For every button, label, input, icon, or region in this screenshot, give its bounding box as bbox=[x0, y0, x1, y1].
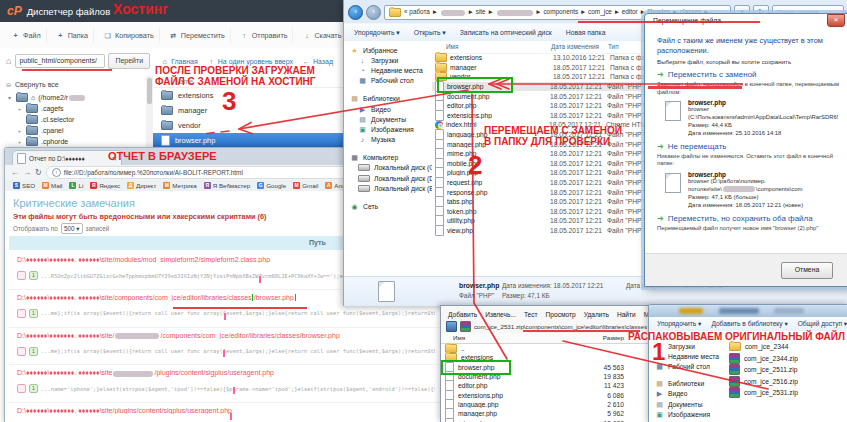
expander-icon[interactable]: + bbox=[16, 128, 23, 134]
toolbar-item[interactable]: Упорядочить ▾ bbox=[657, 320, 701, 328]
sidebar-item[interactable]: ▦Компьютер bbox=[344, 153, 432, 163]
forward-icon[interactable]: › bbox=[366, 5, 381, 20]
bookmark-item[interactable]: ДДирект bbox=[127, 182, 156, 189]
toolbar-item[interactable]: Новая папка bbox=[566, 29, 606, 36]
sidebar-item[interactable]: ◔Недавние места bbox=[344, 65, 432, 75]
sidebar-item[interactable]: ♪Музыка bbox=[344, 135, 432, 145]
cpanel-toolbar-button[interactable]: ↑Отправить bbox=[235, 28, 294, 43]
sidebar-item[interactable]: ▤Библиотеки bbox=[649, 379, 727, 389]
sidebar-item[interactable]: ◔Недавние места bbox=[649, 351, 727, 361]
cpanel-path-input[interactable]: public_html/components/ bbox=[15, 54, 105, 68]
sidebar-item[interactable]: ↓Загрузки bbox=[344, 55, 432, 65]
toolbar-item[interactable]: Общий доступ ▾ bbox=[798, 320, 847, 328]
sidebar-item[interactable]: ▦Рабочий стол bbox=[649, 361, 727, 371]
bookmark-item[interactable]: MMail bbox=[42, 182, 62, 189]
winrar-file-row[interactable]: .. bbox=[441, 344, 648, 353]
tree-item[interactable]: .cl.selector bbox=[0, 114, 146, 125]
cpanel-toolbar-button[interactable]: +Файл bbox=[6, 28, 47, 43]
sidebar-item[interactable]: Локальный диск (D bbox=[344, 173, 432, 183]
bookmark-item[interactable]: LLi bbox=[69, 182, 83, 189]
sidebar-item[interactable]: ▣Изображения bbox=[649, 409, 727, 419]
cpanel-file-row[interactable]: manager bbox=[153, 103, 362, 118]
cpanel-toolbar-button[interactable]: ↓Скачать bbox=[297, 28, 347, 43]
bookmark-item[interactable]: MGmail bbox=[293, 182, 318, 189]
sidebar-item[interactable]: ▦Рабочий стол bbox=[344, 76, 432, 86]
sidebar-item[interactable]: ◉Сеть bbox=[344, 201, 432, 211]
winrar-toolbar-button[interactable]: Удалить bbox=[584, 311, 609, 318]
file-name: browser.php bbox=[458, 364, 558, 371]
winrar-file-row[interactable]: browser.php45 563 bbox=[441, 363, 648, 372]
bookmark-item[interactable]: ЯЯ Вебмастер bbox=[204, 182, 251, 189]
forward-icon[interactable]: → bbox=[23, 168, 31, 177]
winrar-file-row[interactable]: language.php2 610 bbox=[441, 400, 648, 409]
info-icon[interactable]: i bbox=[52, 168, 61, 177]
sidebar-item[interactable]: ★Избранное bbox=[344, 45, 432, 55]
back-icon[interactable]: ← bbox=[11, 168, 19, 177]
cancel-button[interactable]: Отмена bbox=[781, 262, 833, 279]
winrar-file-row[interactable]: manager.php5 962 bbox=[441, 409, 648, 418]
archive-file-row[interactable]: com_jce_2531.zip bbox=[729, 387, 847, 399]
cpanel-file-row[interactable]: extensions bbox=[153, 88, 362, 103]
toolbar-item[interactable]: Добавить в библиотеку ▾ bbox=[711, 320, 787, 328]
sidebar-item[interactable]: Локальный диск (E: bbox=[344, 183, 432, 193]
dialog-option-button[interactable]: ➜Переместить с заменой bbox=[657, 70, 839, 79]
tree-item[interactable]: +.cpanel bbox=[0, 125, 146, 136]
dialog-option-button[interactable]: ➜Не перемещать bbox=[657, 142, 839, 151]
tab-close-icon[interactable]: ✕ bbox=[112, 155, 117, 163]
winrar-toolbar-button[interactable]: Извлечь... bbox=[485, 311, 516, 318]
toolbar-item[interactable]: Упорядочить ▾ bbox=[354, 29, 400, 37]
reload-icon[interactable]: ↻ bbox=[35, 168, 42, 177]
winrar-file-row[interactable]: document.php19 835 bbox=[441, 372, 648, 381]
cpanel-toolbar-button[interactable]: ⇄Переместить bbox=[164, 28, 231, 43]
dialog-option-button[interactable]: ➜Переместить, но сохранить оба файла bbox=[657, 214, 839, 223]
up-folder-icon[interactable] bbox=[446, 321, 457, 332]
back-icon[interactable]: ‹ bbox=[348, 5, 363, 20]
cpanel-toolbar-button[interactable]: ❏Копировать bbox=[98, 28, 160, 43]
chrome-tab[interactable]: Отчет по D:\♦♦♦♦♦♦ ✕ bbox=[12, 150, 122, 166]
expander-icon[interactable]: ▾ bbox=[6, 94, 13, 101]
cpanel-collapse-all[interactable]: ⊖ Свернуть все bbox=[5, 81, 146, 88]
sidebar-item[interactable]: ▶Видео bbox=[344, 104, 432, 114]
winrar-toolbar-button[interactable]: Тест bbox=[524, 311, 538, 318]
bookmark-item[interactable]: ЯЯндекс bbox=[90, 182, 120, 189]
sidebar-item[interactable]: ▤Библиотеки bbox=[344, 94, 432, 104]
bookmark-item[interactable]: GGoogle bbox=[257, 182, 286, 189]
winrar-file-row[interactable]: extensions bbox=[441, 353, 648, 362]
file-name: language.php bbox=[458, 401, 558, 408]
winrar-file-row[interactable]: mime.php12 688 bbox=[441, 418, 648, 422]
winrar-file-row[interactable]: editor.php11 423 bbox=[441, 381, 648, 390]
cpanel-file-row[interactable]: vendor bbox=[153, 118, 362, 133]
tree-item[interactable]: ▾⌂(/home2/r bbox=[0, 92, 146, 103]
archive-file-row[interactable]: com_jce_2344.zip bbox=[729, 353, 847, 365]
winrar-file-row[interactable]: extensions.php6 086 bbox=[441, 390, 648, 399]
bookmark-item[interactable]: SSEO bbox=[13, 182, 35, 189]
cpanel-file-row[interactable]: browser.php bbox=[153, 133, 362, 148]
cpanel-toolbar-button[interactable]: +Папка bbox=[51, 28, 94, 43]
cpanel-nav-link[interactable]: ↑На один уровень вверх bbox=[207, 58, 293, 65]
sidebar-item[interactable]: ▣Изображения bbox=[344, 124, 432, 134]
sidebar-item[interactable]: Локальный диск (C bbox=[344, 163, 432, 173]
winrar-toolbar-button[interactable]: Найти bbox=[617, 311, 636, 318]
winrar-toolbar-button[interactable]: Просмотр bbox=[546, 311, 576, 318]
cpanel-go-button[interactable]: Перейти bbox=[108, 53, 150, 69]
sidebar-item[interactable]: ▤Документы bbox=[344, 114, 432, 124]
sidebar-item[interactable]: ▤Документы bbox=[649, 399, 727, 409]
archive-file-row[interactable]: com_jce_2516.zip bbox=[729, 376, 847, 388]
file-type: Файл "PHP" bbox=[607, 102, 647, 109]
winrar-toolbar-button[interactable]: Добавить bbox=[448, 311, 477, 318]
close-icon[interactable]: ✕ bbox=[827, 14, 845, 27]
expander-icon[interactable]: + bbox=[16, 106, 23, 112]
expander-icon[interactable]: + bbox=[16, 139, 23, 145]
archive-file-row[interactable]: com_jce_2511.zip bbox=[729, 364, 847, 376]
bookmark-item[interactable]: ММетрика bbox=[163, 182, 196, 189]
cpanel-nav-link[interactable]: ←Назад bbox=[302, 58, 333, 65]
toolbar-item[interactable]: Открыть ▾ bbox=[414, 29, 446, 37]
sidebar-item[interactable]: ↓Загрузки bbox=[649, 341, 727, 351]
tree-item[interactable]: +.cagefs bbox=[0, 103, 146, 114]
tree-item[interactable]: +.cphorde bbox=[0, 136, 146, 147]
cpanel-nav-link[interactable]: ⌂Главная bbox=[160, 58, 198, 65]
toolbar-item[interactable]: Записать на оптический диск bbox=[460, 29, 552, 36]
archive-file-row[interactable]: com_jce_2344 bbox=[729, 341, 847, 353]
page-size-select[interactable]: 500 ▾ bbox=[61, 223, 83, 234]
sidebar-item[interactable]: ▶Видео bbox=[649, 389, 727, 399]
